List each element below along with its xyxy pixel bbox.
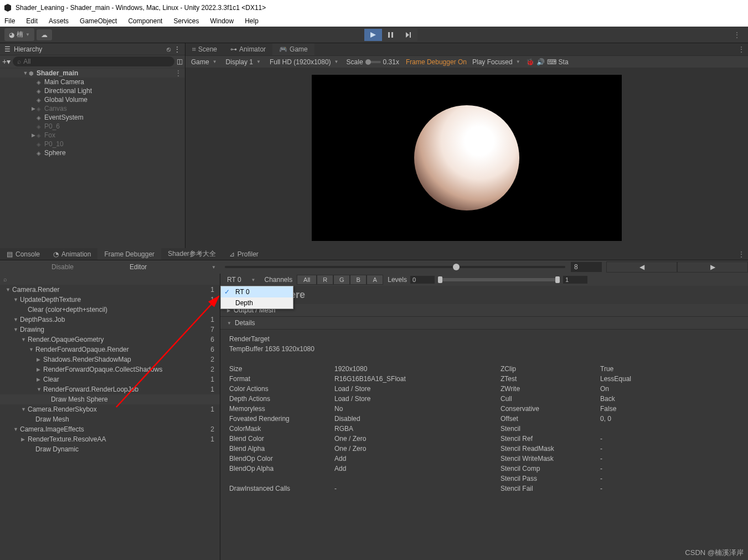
channel-a[interactable]: A <box>367 275 383 285</box>
event-tree[interactable]: ⌕ ▼Camera.Render1▼UpdateDepthTexture1Cle… <box>0 274 220 560</box>
tab-frame-debugger[interactable]: Frame Debugger <box>97 248 161 260</box>
next-event-button[interactable]: ▶ <box>677 261 748 273</box>
hierarchy-scene-root[interactable]: ▼ ⬢ Shader_main ⋮ <box>0 69 185 78</box>
resolution-dropdown[interactable]: Full HD (1920x1080)▼ <box>266 57 342 67</box>
event-row[interactable]: ▼UpdateDepthTexture1 <box>0 295 220 305</box>
search-icon[interactable]: ⌕ <box>0 274 220 285</box>
hierarchy-item[interactable]: ◈Directional Light <box>0 86 185 95</box>
output-section-header[interactable]: ▶Output / Mesh <box>220 304 748 317</box>
hierarchy-tab[interactable]: ☰ Hierarchy ⎋ ⋮ <box>0 43 185 55</box>
event-row[interactable]: Draw Mesh Sphere <box>0 394 220 404</box>
channel-b[interactable]: B <box>350 275 367 285</box>
hierarchy-item[interactable]: ◈Global Volume <box>0 95 185 104</box>
kebab-icon[interactable]: ⋮ <box>172 69 185 77</box>
menu-gameobject[interactable]: GameObject <box>80 17 117 25</box>
event-row[interactable]: ▼Render.OpaqueGeometry6 <box>0 335 220 345</box>
hierarchy-item[interactable]: ▶◈Fox <box>0 131 185 140</box>
event-row[interactable]: ▼Camera.Render1 <box>0 285 220 295</box>
channel-r[interactable]: R <box>317 275 333 285</box>
disable-button[interactable]: Disable <box>0 263 125 271</box>
channel-g[interactable]: G <box>333 275 350 285</box>
play-mode-dropdown[interactable]: Play Focused▼ <box>469 57 524 67</box>
scene-picker-icon[interactable]: ◫ <box>177 58 183 65</box>
event-slider[interactable] <box>225 266 565 268</box>
hierarchy-item[interactable]: ◈P0_6 <box>0 122 185 131</box>
cloud-button[interactable]: ☁ <box>37 29 52 40</box>
event-row[interactable]: Draw Mesh <box>0 414 220 424</box>
play-button[interactable] <box>364 29 382 41</box>
event-row[interactable]: ▼DepthPass.Job1 <box>0 315 220 325</box>
hierarchy-item[interactable]: ◈Sphere <box>0 148 185 157</box>
levels-max-field[interactable] <box>563 276 587 284</box>
display-dropdown[interactable]: Display 1▼ <box>223 57 264 67</box>
stats-icon[interactable]: ⌨ <box>547 58 556 66</box>
menu-edit[interactable]: Edit <box>26 17 38 25</box>
hierarchy-icon: ☰ <box>4 45 11 53</box>
popup-item-depth[interactable]: Depth <box>221 297 293 309</box>
game-mode-dropdown[interactable]: Game▼ <box>188 57 220 67</box>
menu-help[interactable]: Help <box>245 17 259 25</box>
menu-kebab-icon[interactable]: ⋮ <box>730 31 744 39</box>
event-row[interactable]: ▶Shadows.RenderShadowMap2 <box>0 355 220 364</box>
details-section-header[interactable]: ▼Details <box>220 317 748 330</box>
pause-button[interactable] <box>382 29 400 41</box>
render-target-buffer: TempBuffer 1636 1920x1080 <box>229 344 739 354</box>
popup-item-rt0[interactable]: ✓RT 0 <box>221 286 293 297</box>
tab-shader-ref[interactable]: Shader参考大全 <box>161 248 223 260</box>
menu-services[interactable]: Services <box>173 17 199 25</box>
event-row[interactable]: ▼Drawing7 <box>0 325 220 335</box>
hierarchy-item[interactable]: ◈EventSystem <box>0 113 185 122</box>
render-target-dropdown[interactable]: RT 0▼ <box>223 275 260 285</box>
bug-icon[interactable]: 🐞 <box>526 58 534 66</box>
lock-icon[interactable]: ⎋ <box>167 45 171 53</box>
hierarchy-item[interactable]: ◈P0_10 <box>0 140 185 148</box>
event-row[interactable]: ▶RenderForwardOpaque.CollectShadows2 <box>0 364 220 374</box>
create-button[interactable]: +▾ <box>2 57 11 66</box>
menubar[interactable]: File Edit Assets GameObject Component Se… <box>0 16 748 27</box>
window-title: Shader_Leaning - Shader_main - Windows, … <box>16 4 266 12</box>
levels-slider[interactable] <box>438 278 560 281</box>
tab-animator[interactable]: ⊶Animator <box>224 43 272 55</box>
scale-slider[interactable] <box>365 61 381 63</box>
tab-console[interactable]: ▤Console <box>0 248 47 260</box>
prev-event-button[interactable]: ◀ <box>606 261 677 273</box>
menu-component[interactable]: Component <box>128 17 162 25</box>
menu-file[interactable]: File <box>4 17 15 25</box>
event-index-field[interactable]: 8 <box>571 262 602 272</box>
event-title: aw Mesh Sphere <box>220 286 748 304</box>
hierarchy-item[interactable]: ◈Main Camera <box>0 78 185 86</box>
step-button[interactable] <box>400 29 417 41</box>
event-row[interactable]: ▼RenderForward.RenderLoopJob1 <box>0 384 220 394</box>
event-row[interactable]: ▼Camera.ImageEffects2 <box>0 424 220 434</box>
kebab-icon[interactable]: ⋮ <box>735 45 748 53</box>
hierarchy-item[interactable]: ▶◈Canvas <box>0 104 185 113</box>
event-row[interactable]: ▶RenderTexture.ResolveAA1 <box>0 434 220 444</box>
top-toolbar: ◕ 楠 ▼ ☁ ⋮ <box>0 27 748 43</box>
tab-profiler[interactable]: ⊿Profiler <box>223 248 265 260</box>
caret-down-icon: ▼ <box>25 32 30 37</box>
console-icon: ▤ <box>7 250 13 258</box>
event-row[interactable]: ▶Clear1 <box>0 374 220 384</box>
levels-min-field[interactable] <box>410 276 435 284</box>
event-row[interactable]: ▼RenderForwardOpaque.Render6 <box>0 345 220 355</box>
menu-window[interactable]: Window <box>210 17 234 25</box>
watermark: CSDN @楠溪泽岸 <box>685 548 744 558</box>
event-row[interactable]: ▼Camera.RenderSkybox1 <box>0 404 220 414</box>
event-row[interactable]: Draw Dynamic <box>0 444 220 454</box>
hierarchy-tree[interactable]: ▼ ⬢ Shader_main ⋮ ◈Main Camera◈Direction… <box>0 68 185 248</box>
event-row[interactable]: Clear (color+depth+stencil) <box>0 305 220 315</box>
playback-controls <box>364 29 417 41</box>
game-view <box>185 68 748 248</box>
kebab-icon[interactable]: ⋮ <box>174 45 180 53</box>
tab-scene[interactable]: ⌗Scene <box>185 43 224 55</box>
kebab-icon[interactable]: ⋮ <box>735 250 748 258</box>
tab-game[interactable]: 🎮Game <box>272 43 314 55</box>
menu-assets[interactable]: Assets <box>49 17 69 25</box>
tab-animation[interactable]: ◔Animation <box>47 248 97 260</box>
account-button[interactable]: ◕ 楠 ▼ <box>4 28 34 41</box>
search-input[interactable]: ⌕ All <box>13 56 174 66</box>
audio-icon[interactable]: 🔊 <box>537 58 545 66</box>
channel-all[interactable]: All <box>297 275 317 285</box>
svg-rect-5 <box>410 32 411 38</box>
target-dropdown[interactable]: Editor▼ <box>125 262 220 272</box>
